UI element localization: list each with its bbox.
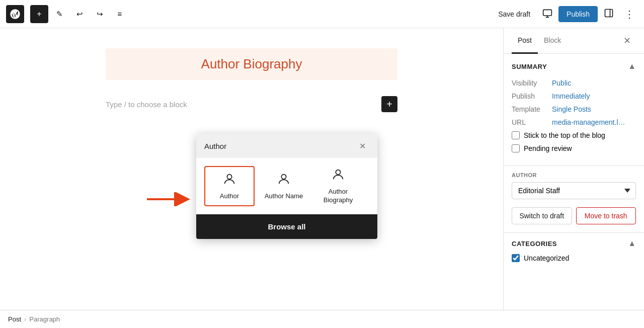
redo-icon: ↪ xyxy=(97,10,103,19)
url-value[interactable]: media-management.l… xyxy=(552,118,625,126)
categories-title: Categories xyxy=(512,240,557,248)
stick-to-top-checkbox[interactable] xyxy=(512,131,520,139)
svg-point-9 xyxy=(281,174,286,179)
block-picker-search-text: Author xyxy=(204,142,226,150)
undo-button[interactable]: ↩ xyxy=(70,5,89,23)
stick-to-top-label: Stick to the top of the blog xyxy=(524,131,605,139)
pending-review-checkbox[interactable] xyxy=(512,144,520,152)
template-label: Template xyxy=(512,105,552,113)
chevron-up-icon: ▲ xyxy=(628,62,636,70)
block-item-author-name[interactable]: Author Name xyxy=(259,166,309,206)
author-select[interactable]: Editorial Staff Admin Editor xyxy=(512,182,636,199)
view-toggle-button[interactable] xyxy=(538,5,556,23)
wp-logo xyxy=(6,5,24,23)
main-layout: Author Biography Type / to choose a bloc… xyxy=(0,28,644,310)
block-picker-popup: Author ✕ Author xyxy=(196,134,377,239)
block-item-author-biography-label: Author Biography xyxy=(324,188,353,205)
author-biography-block-icon xyxy=(331,168,345,185)
visibility-value[interactable]: Public xyxy=(552,79,571,87)
monitor-icon xyxy=(542,8,552,20)
close-sidebar-icon: ✕ xyxy=(623,35,631,46)
editor-area: Author Biography Type / to choose a bloc… xyxy=(0,28,503,310)
block-picker-close-button[interactable]: ✕ xyxy=(355,139,369,153)
plus-inline-icon: + xyxy=(386,99,392,109)
sidebar-close-button[interactable]: ✕ xyxy=(618,32,636,50)
template-value[interactable]: Single Posts xyxy=(552,105,591,113)
bottom-bar: Post › Paragraph xyxy=(0,310,644,328)
block-hint-text: Type / to choose a block xyxy=(106,100,187,109)
sidebar-tabs: Post Block ✕ xyxy=(504,28,644,54)
author-section: AUTHOR Editorial Staff Admin Editor xyxy=(504,172,644,207)
browse-all-button[interactable]: Browse all xyxy=(196,214,377,239)
block-item-author-label: Author xyxy=(220,192,239,201)
pencil-icon: ✎ xyxy=(56,10,63,19)
close-icon: ✕ xyxy=(359,141,366,151)
edit-button[interactable]: ✎ xyxy=(50,5,68,23)
sidebar-icon xyxy=(604,8,614,20)
block-item-author-name-label: Author Name xyxy=(265,192,303,201)
add-block-hint[interactable]: Type / to choose a block + xyxy=(106,92,397,116)
url-label: URL xyxy=(512,118,552,126)
breadcrumb-separator: › xyxy=(24,315,26,323)
toolbar: + ✎ ↩ ↪ ≡ Save draft Publish ⋮ xyxy=(0,0,644,28)
section-divider-2 xyxy=(504,232,644,233)
pending-review-label: Pending review xyxy=(524,144,572,152)
post-title-block[interactable]: Author Biography xyxy=(106,48,397,80)
block-item-author[interactable]: Author xyxy=(204,166,255,206)
sidebar-toggle-button[interactable] xyxy=(600,5,618,23)
visibility-row: Visibility Public xyxy=(512,79,636,87)
block-item-author-biography[interactable]: Author Biography xyxy=(313,166,363,206)
block-picker-header: Author ✕ xyxy=(196,134,377,158)
redo-button[interactable]: ↪ xyxy=(91,5,109,23)
visibility-label: Visibility xyxy=(512,79,552,87)
publish-row: Publish Immediately xyxy=(512,92,636,100)
breadcrumb-post[interactable]: Post xyxy=(8,315,21,323)
pending-review-row: Pending review xyxy=(512,144,636,152)
switch-to-draft-button[interactable]: Switch to draft xyxy=(512,207,572,224)
publish-label: Publish xyxy=(512,92,552,100)
breadcrumb-current: Paragraph xyxy=(29,315,60,323)
stick-to-top-row: Stick to the top of the blog xyxy=(512,131,636,139)
block-picker-items: Author Author Name xyxy=(196,158,377,214)
uncategorized-row: Uncategorized xyxy=(512,254,636,262)
svg-rect-4 xyxy=(605,10,613,17)
tab-block[interactable]: Block xyxy=(538,28,567,54)
summary-section-header: Summary ▲ xyxy=(512,62,636,71)
section-divider-1 xyxy=(504,166,644,166)
plus-icon: + xyxy=(37,10,41,19)
action-buttons: Switch to draft Move to trash xyxy=(504,207,644,232)
tab-post[interactable]: Post xyxy=(512,28,538,54)
more-options-button[interactable]: ⋮ xyxy=(620,5,638,23)
categories-header: Categories ▲ xyxy=(512,239,636,248)
svg-point-10 xyxy=(336,170,340,175)
categories-section: Categories ▲ Uncategorized xyxy=(504,239,644,275)
undo-icon: ↩ xyxy=(76,10,83,19)
publish-value[interactable]: Immediately xyxy=(552,92,590,100)
add-block-inline-button[interactable]: + xyxy=(381,96,397,112)
uncategorized-checkbox[interactable] xyxy=(512,254,520,262)
summary-section: Summary ▲ Visibility Public Publish Imme… xyxy=(504,54,644,166)
list-view-icon: ≡ xyxy=(118,10,122,18)
ellipsis-vertical-icon: ⋮ xyxy=(624,8,634,20)
summary-title: Summary xyxy=(512,63,547,70)
author-name-block-icon xyxy=(277,172,291,189)
summary-collapse-button[interactable]: ▲ xyxy=(628,62,636,71)
url-row: URL media-management.l… xyxy=(512,118,636,126)
chevron-up-categories-icon: ▲ xyxy=(628,239,636,248)
save-draft-button[interactable]: Save draft xyxy=(492,7,536,21)
publish-button[interactable]: Publish xyxy=(558,6,598,22)
arrow-indicator xyxy=(147,192,192,206)
add-block-toolbar-button[interactable]: + xyxy=(30,5,48,23)
move-to-trash-button[interactable]: Move to trash xyxy=(576,207,636,224)
categories-collapse-button[interactable]: ▲ xyxy=(628,239,636,248)
sidebar: Post Block ✕ Summary ▲ Visibility Public… xyxy=(503,28,644,310)
uncategorized-label: Uncategorized xyxy=(524,254,569,262)
svg-point-8 xyxy=(227,174,231,179)
post-title: Author Biography xyxy=(118,56,385,72)
author-section-label: AUTHOR xyxy=(512,172,636,178)
template-row: Template Single Posts xyxy=(512,105,636,113)
author-block-icon xyxy=(222,172,236,189)
svg-rect-1 xyxy=(543,10,552,16)
list-view-button[interactable]: ≡ xyxy=(111,5,129,23)
editor-content: Author Biography Type / to choose a bloc… xyxy=(96,48,408,116)
